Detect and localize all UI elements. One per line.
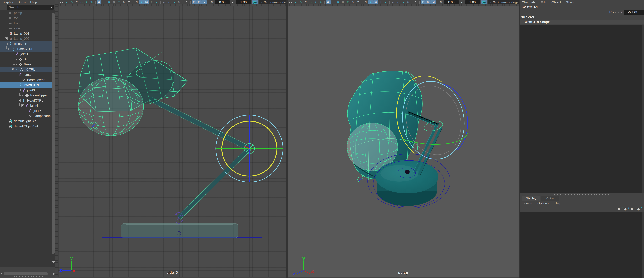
light-bulb-icon[interactable]: ☀: [149, 0, 154, 4]
tab-anim[interactable]: Anim: [541, 196, 559, 201]
safe-title-icon[interactable]: T: [356, 0, 360, 4]
scroll-left-icon[interactable]: [1, 272, 2, 275]
outliner-item-BaseCTRL[interactable]: −BaseCTRL: [0, 46, 55, 51]
camera-icon[interactable]: ■◄: [288, 0, 293, 4]
collapse-icon[interactable]: −: [18, 99, 21, 102]
bookmark-icon[interactable]: ⚑: [74, 0, 79, 4]
side-viewport-canvas[interactable]: y z x side -X: [58, 6, 286, 277]
cb-menu-edit[interactable]: Edit: [541, 0, 546, 5]
shaded-cube-icon[interactable]: ■: [139, 0, 144, 4]
fog-icon[interactable]: ▧: [177, 0, 182, 4]
occlusion-icon[interactable]: ◑: [401, 0, 406, 4]
outliner-item-BeamLower[interactable]: BeamLower: [0, 77, 55, 82]
exposure-icon[interactable]: ⊛: [438, 0, 443, 4]
outliner-item-Lamp_001[interactable]: Lamp_001: [0, 31, 55, 36]
lock-icon[interactable]: ●: [64, 0, 69, 4]
outliner-item-persp[interactable]: persp: [0, 10, 55, 15]
select-cursor-icon[interactable]: ↖: [414, 0, 418, 4]
gamma-field[interactable]: 1.00: [465, 0, 480, 4]
new-empty-layer-icon[interactable]: ◆+: [630, 206, 636, 211]
colorspace-select[interactable]: sRGB gamma (legacy): [259, 0, 286, 4]
layer-list[interactable]: [520, 212, 644, 278]
bookmark-icon[interactable]: ⚑: [303, 0, 308, 4]
pencil-curve-icon[interactable]: ✎: [89, 0, 94, 4]
camera-icon[interactable]: ■◄: [59, 0, 64, 4]
gate-mask-icon[interactable]: ◙: [341, 0, 346, 4]
gear-icon[interactable]: ⚙: [69, 0, 74, 4]
collapse-icon[interactable]: −: [15, 84, 17, 86]
isolate-add-icon[interactable]: ⊞: [426, 0, 430, 4]
lights-icon[interactable]: ☼: [391, 0, 396, 4]
light-bulb-icon[interactable]: ☀: [378, 0, 383, 4]
attribute-label[interactable]: Rotate X: [609, 10, 623, 14]
film-gate-icon[interactable]: ▭: [331, 0, 336, 4]
outliner-item-Lamp_002[interactable]: +Lamp_002: [0, 36, 55, 41]
outliner-item-top[interactable]: top: [0, 15, 55, 21]
move-layer-up-icon[interactable]: ◆↑: [618, 206, 623, 211]
occlusion-icon[interactable]: ◑: [172, 0, 176, 4]
gate-mask-icon[interactable]: ◙: [112, 0, 116, 4]
outliner-item-Lampshade[interactable]: Lampshade: [0, 113, 55, 119]
tab-display[interactable]: Display: [522, 196, 540, 201]
scrollbar-thumb[interactable]: [4, 272, 48, 276]
outliner-item-BeamUpper[interactable]: BeamUpper: [0, 93, 55, 98]
outliner-item-defaultObjectSet[interactable]: defaultObjectSet: [0, 124, 55, 129]
shaded-sphere-icon[interactable]: ●: [383, 0, 388, 4]
collapse-icon[interactable]: −: [18, 89, 21, 91]
image-plane-icon[interactable]: ▱: [308, 0, 313, 4]
material-sphere-icon[interactable]: ◐: [396, 0, 400, 4]
marquee-frame-icon[interactable]: ⌜⌝⌞⌟: [2, 5, 6, 9]
outliner-item-RootCTRL[interactable]: −RootCTRL: [0, 41, 55, 46]
shape-node-row[interactable]: TwistCTRLShape: [520, 19, 644, 24]
persp-viewport-canvas[interactable]: y z x persp: [288, 6, 519, 277]
outliner-vertical-scrollbar[interactable]: [52, 11, 55, 263]
colorspace-toggle[interactable]: ON: [481, 0, 487, 4]
cb-menu-channels[interactable]: Channels: [522, 0, 536, 5]
lights-icon[interactable]: ☼: [162, 0, 166, 4]
spotlight-mask-icon[interactable]: ◪: [202, 0, 206, 4]
field-chart-icon[interactable]: ⊞: [346, 0, 350, 4]
outliner-item-TwistCTRL[interactable]: −TwistCTRL: [0, 82, 55, 88]
outliner-item-HeadCTRL[interactable]: −HeadCTRL: [0, 98, 55, 103]
wireframe-cube-icon[interactable]: □: [134, 0, 139, 4]
shaded-cube-icon[interactable]: ■: [368, 0, 373, 4]
spotlight-mask-icon[interactable]: ◪: [431, 0, 436, 4]
field-chart-icon[interactable]: ⊞: [117, 0, 122, 4]
viewport-persp[interactable]: ■◄●⚙⚑▱⌖✎▦▭◉◙⊞▨T□■▩☀●☼◐◑▧↖⊡⊞◪⊛0.00◐1.00ON…: [288, 0, 519, 278]
outliner-item-joint1[interactable]: −joint1: [0, 51, 55, 57]
fog-icon[interactable]: ▧: [406, 0, 410, 4]
grid-icon[interactable]: ▦: [326, 0, 330, 4]
wireframe-cube-icon[interactable]: □: [363, 0, 368, 4]
shaded-sphere-icon[interactable]: ●: [154, 0, 159, 4]
collapse-icon[interactable]: −: [12, 68, 14, 71]
grid-icon[interactable]: ▦: [97, 0, 102, 4]
outliner-menu-display[interactable]: Display: [2, 0, 13, 4]
textured-icon[interactable]: ▩: [373, 0, 378, 4]
select-cursor-icon[interactable]: ↖: [184, 0, 189, 4]
resolution-gate-icon[interactable]: ◉: [107, 0, 112, 4]
move-layer-down-icon[interactable]: ◆↓: [624, 206, 629, 211]
outliner-item-joint4[interactable]: −joint4: [0, 103, 55, 108]
isolate-select-icon[interactable]: ⊡: [192, 0, 196, 4]
outliner-item-defaultLightSet[interactable]: defaultLightSet: [0, 119, 55, 124]
outliner-item-Bit[interactable]: Bit: [0, 57, 55, 62]
outliner-horizontal-scrollbar[interactable]: [0, 272, 55, 276]
textured-icon[interactable]: ▩: [144, 0, 149, 4]
search-dropdown-icon[interactable]: [50, 6, 52, 8]
exposure-field[interactable]: 0.00: [215, 0, 230, 4]
lock-icon[interactable]: ●: [293, 0, 298, 4]
exposure-icon[interactable]: ⊛: [210, 0, 214, 4]
exposure-field[interactable]: 0.00: [444, 0, 459, 4]
scroll-down-icon[interactable]: [52, 261, 55, 263]
film-gate-icon[interactable]: ▭: [102, 0, 106, 4]
attribute-value-field[interactable]: -0.325: [624, 10, 644, 14]
layer-menu-options[interactable]: Options: [538, 201, 548, 206]
pencil-curve-icon[interactable]: ✎: [318, 0, 323, 4]
safe-action-icon[interactable]: ▨: [122, 0, 126, 4]
new-layer-from-selected-icon[interactable]: ◆●: [637, 206, 642, 211]
outliner-item-joint3[interactable]: −joint3: [0, 88, 55, 93]
panel-splitter-handle[interactable]: [520, 193, 644, 196]
collapse-icon[interactable]: −: [22, 104, 24, 107]
resolution-gate-icon[interactable]: ◉: [336, 0, 340, 4]
scroll-right-icon[interactable]: [53, 272, 55, 275]
